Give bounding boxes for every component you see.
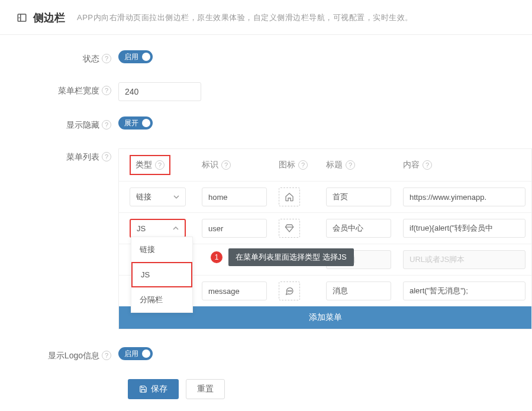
callout-text: 在菜单列表里面选择类型 选择JS [228,248,354,266]
toggle-label: 启用 [124,52,138,62]
label-status: 状态 [83,50,99,67]
toggle-knob [142,349,150,358]
type-select[interactable]: 链接 [130,187,186,206]
title-input[interactable]: 首页 [326,187,391,206]
page-header: 侧边栏 APP内向右滑动页面拉出侧边栏，原生效果体验，自定义侧滑边栏导航，可视配… [0,0,532,35]
toggle-knob [142,119,150,127]
label-menu-width: 菜单栏宽度 [58,82,99,99]
content-input[interactable]: URL或者JS脚本 [403,250,525,269]
reset-button[interactable]: 重置 [186,379,225,399]
dropdown-item-link[interactable]: 链接 [131,237,192,262]
label-show-logo: 显示Logo信息 [48,347,99,364]
menu-width-input[interactable] [118,82,201,101]
help-icon[interactable]: ? [102,54,111,63]
page-title: 侧边栏 [33,11,65,25]
content-input[interactable]: alert("暂无消息"); [403,281,525,300]
svg-point-5 [291,290,292,291]
save-button[interactable]: 保存 [128,379,179,399]
icon-picker[interactable] [279,187,300,206]
dropdown-item-separator[interactable]: 分隔栏 [131,287,192,312]
dropdown-item-js[interactable]: JS [131,262,192,287]
title-input[interactable]: 会员中心 [326,219,391,238]
content-input[interactable]: https://www.yimenapp. [403,187,525,206]
toggle-label: 启用 [124,349,138,359]
title-input[interactable]: 消息 [326,281,391,300]
home-icon [285,192,294,202]
col-icon-header: 图标 [279,160,295,170]
ident-input[interactable]: message [202,281,267,300]
chat-icon [285,286,294,296]
menu-table: 类型 ? 标识? 图标? 标题? 内容? 链接 [118,148,532,329]
content-input[interactable]: if(true){alert("转到会员中 [403,219,525,238]
annotation-callout: 1 在菜单列表里面选择类型 选择JS [211,248,354,266]
help-icon[interactable]: ? [221,160,231,170]
col-type-header-highlighted: 类型 ? [130,155,170,175]
diamond-icon [285,224,294,233]
save-icon [139,385,147,393]
label-show-hide: 显示隐藏 [66,116,99,133]
label-menu-list: 菜单列表 [66,148,99,165]
page-description: APP内向右滑动页面拉出侧边栏，原生效果体验，自定义侧滑边栏导航，可视配置，实时… [77,12,413,23]
help-icon[interactable]: ? [346,160,355,170]
icon-picker[interactable] [279,219,300,238]
svg-marker-2 [19,17,20,19]
svg-point-3 [288,290,288,291]
help-icon[interactable]: ? [102,86,111,95]
status-toggle[interactable]: 启用 [118,50,153,63]
help-icon[interactable]: ? [155,160,165,170]
callout-number: 1 [211,251,223,263]
svg-point-4 [289,290,290,291]
col-ident-header: 标识 [202,160,218,170]
table-header: 类型 ? 标识? 图标? 标题? 内容? [119,149,531,182]
col-title-header: 标题 [326,160,343,170]
help-icon[interactable]: ? [423,160,432,170]
logo-toggle[interactable]: 启用 [118,347,153,360]
help-icon[interactable]: ? [102,351,111,360]
help-icon[interactable]: ? [298,160,308,170]
icon-picker[interactable] [279,281,300,300]
type-dropdown: 链接 JS 分隔栏 [131,237,193,313]
toggle-knob [142,53,150,61]
type-select-open[interactable]: JS [130,219,186,238]
showhide-toggle[interactable]: 展开 [118,116,153,130]
help-icon[interactable]: ? [102,152,111,161]
col-content-header: 内容 [403,160,420,170]
table-row: 链接 home 首页 https://www.yimenapp. [119,182,531,213]
chevron-up-icon [173,225,179,231]
sidebar-icon [17,12,27,23]
ident-input[interactable]: user [202,219,267,238]
chevron-down-icon [173,194,179,200]
ident-input[interactable]: home [202,187,267,206]
toggle-label: 展开 [124,118,138,128]
help-icon[interactable]: ? [102,120,111,130]
